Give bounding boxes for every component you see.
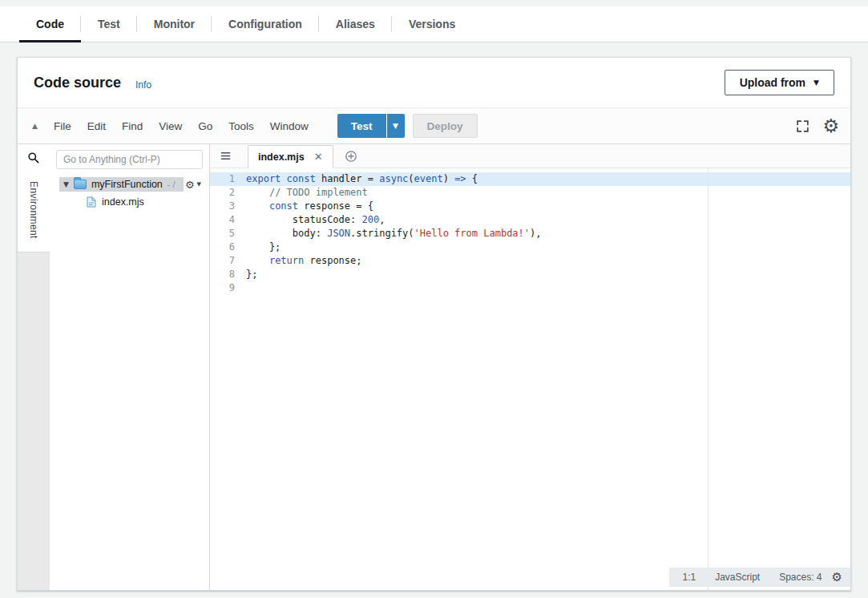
line-number: 4 — [210, 213, 246, 227]
close-tab-icon[interactable]: ✕ — [314, 151, 323, 163]
code-line[interactable]: 3 const response = { — [210, 200, 850, 213]
environment-tab[interactable]: Environment — [28, 172, 39, 252]
tab-configuration[interactable]: Configuration — [212, 6, 319, 42]
gear-icon: ⚙ — [185, 180, 195, 190]
folder-label: myFirstFunction — [91, 179, 163, 190]
tab-size[interactable]: Spaces: 4 — [769, 571, 831, 584]
line-number: 2 — [210, 186, 246, 200]
fullscreen-icon — [796, 119, 809, 133]
panel-header: Code source Info Upload from ▼ — [18, 58, 850, 107]
code-source-panel: Code source Info Upload from ▼ ▲ File Ed… — [17, 57, 851, 591]
fullscreen-button[interactable] — [796, 119, 809, 133]
editor-tab-bar: index.mjs ✕ — [210, 144, 850, 168]
line-number: 3 — [210, 200, 246, 213]
code-line[interactable]: 9 — [210, 281, 850, 295]
page-title: Code source — [34, 75, 121, 91]
editor-tab-indexmjs[interactable]: index.mjs ✕ — [248, 145, 333, 168]
tab-versions[interactable]: Versions — [392, 6, 472, 42]
editor-status-bar: 1:1 JavaScript Spaces: 4 ⚙ — [669, 568, 850, 587]
menu-file[interactable]: File — [46, 120, 79, 132]
chevron-down-icon: ▼ — [393, 123, 398, 130]
code-line[interactable]: 8}; — [210, 268, 850, 281]
code-line[interactable]: 1export const handler = async(event) => … — [210, 172, 850, 186]
line-number: 5 — [210, 227, 246, 240]
code-text: statusCode: 200, — [246, 213, 385, 227]
code-line[interactable]: 6 }; — [210, 240, 850, 254]
code-editor[interactable]: 1export const handler = async(event) => … — [210, 168, 850, 590]
folder-path-suffix: - / — [168, 180, 176, 189]
selected-tree-item[interactable]: ▼ myFirstFunction - / — [59, 177, 184, 192]
tab-list-button[interactable] — [220, 150, 232, 162]
code-text: export const handler = async(event) => { — [246, 172, 478, 186]
go-to-anything-input[interactable] — [56, 150, 203, 169]
code-text: body: JSON.stringify('Hello from Lambda!… — [246, 227, 542, 240]
editor-workspace: Environment ▼ myFirstFunction - / ⚙ ▼ — [18, 144, 850, 590]
chevron-down-icon: ▼ — [813, 79, 819, 87]
language-mode[interactable]: JavaScript — [705, 571, 769, 584]
line-number: 1 — [210, 172, 246, 186]
left-icon-strip: Environment — [18, 144, 50, 590]
line-number: 8 — [210, 268, 246, 281]
tree-settings-button[interactable]: ⚙ ▼ — [185, 180, 201, 190]
test-button[interactable]: Test — [337, 114, 386, 138]
editor-toolbar: ▲ File Edit Find View Go Tools Window Te… — [18, 107, 850, 144]
sidebar-collapsed-area — [18, 252, 50, 590]
code-line[interactable]: 5 body: JSON.stringify('Hello from Lambd… — [210, 227, 850, 240]
tab-aliases[interactable]: Aliases — [319, 6, 392, 42]
code-text: }; — [246, 268, 257, 281]
chevron-down-icon: ▼ — [197, 181, 201, 188]
menu-window[interactable]: Window — [262, 120, 317, 132]
line-number: 7 — [210, 254, 246, 268]
gear-icon: ⚙ — [822, 117, 839, 135]
print-margin — [708, 168, 709, 590]
menu-find[interactable]: Find — [114, 120, 151, 132]
sidebar-search-button[interactable] — [18, 144, 50, 172]
menu-tools[interactable]: Tools — [220, 120, 262, 132]
toolbar-right-icons: ⚙ — [796, 117, 839, 135]
tab-monitor[interactable]: Monitor — [137, 6, 212, 42]
tree-collapse-icon[interactable]: ▼ — [63, 180, 69, 188]
upload-from-button[interactable]: Upload from ▼ — [725, 70, 834, 95]
menu-go[interactable]: Go — [190, 120, 220, 132]
file-tree-panel: ▼ myFirstFunction - / ⚙ ▼ index.mjs — [50, 144, 210, 590]
code-text: return response; — [246, 254, 362, 268]
editor-tab-label: index.mjs — [258, 152, 305, 163]
file-icon — [87, 196, 96, 208]
code-text: const response = { — [246, 200, 373, 213]
code-text: }; — [246, 240, 281, 254]
function-tabs: Code Test Monitor Configuration Aliases … — [0, 6, 868, 42]
line-number: 6 — [210, 240, 246, 254]
code-line[interactable]: 2 // TODO implement — [210, 186, 850, 200]
code-line[interactable]: 4 statusCode: 200, — [210, 213, 850, 227]
info-link[interactable]: Info — [135, 79, 151, 91]
collapse-toolbar-icon[interactable]: ▲ — [29, 122, 46, 130]
tree-row-file[interactable]: index.mjs — [50, 193, 209, 211]
new-tab-button[interactable] — [345, 150, 357, 163]
folder-icon — [74, 180, 87, 189]
file-label: index.mjs — [102, 196, 144, 208]
test-button-group: Test ▼ — [337, 114, 405, 138]
tab-code[interactable]: Code — [19, 6, 81, 42]
editor-pane: index.mjs ✕ 1export const handler = asyn… — [210, 144, 850, 590]
tree-row-folder[interactable]: ▼ myFirstFunction - / ⚙ ▼ — [50, 176, 209, 193]
menu-edit[interactable]: Edit — [79, 120, 114, 132]
tab-list-icon — [220, 150, 232, 162]
code-line[interactable]: 7 return response; — [210, 254, 850, 268]
cursor-position[interactable]: 1:1 — [672, 571, 705, 584]
upload-from-label: Upload from — [740, 76, 805, 89]
menu-view[interactable]: View — [151, 120, 190, 132]
test-dropdown-button[interactable]: ▼ — [386, 114, 405, 138]
plus-icon — [345, 150, 357, 163]
deploy-button[interactable]: Deploy — [413, 114, 478, 138]
line-number: 9 — [210, 281, 246, 295]
editor-settings-button[interactable]: ⚙ — [822, 117, 839, 135]
search-icon — [27, 152, 40, 164]
code-text: // TODO implement — [246, 186, 368, 200]
status-settings-button[interactable]: ⚙ — [832, 572, 842, 584]
tab-test[interactable]: Test — [81, 6, 137, 42]
